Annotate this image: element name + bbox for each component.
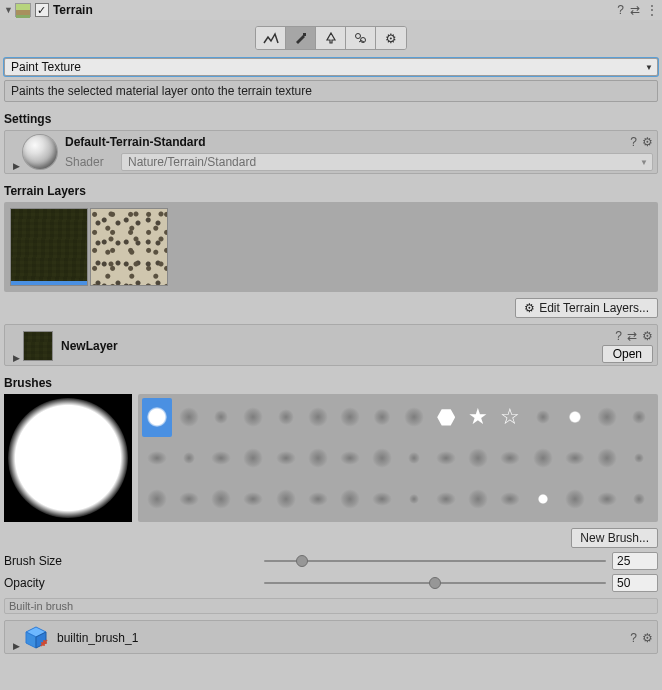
help-icon[interactable]: ?	[630, 631, 637, 645]
context-menu-icon[interactable]: ⋮	[646, 3, 658, 17]
brush-44[interactable]	[528, 479, 558, 518]
new-brush-label: New Brush...	[580, 531, 649, 545]
brush-41[interactable]	[431, 479, 461, 518]
brush-35[interactable]	[238, 479, 268, 518]
brush-10[interactable]: ★	[463, 398, 493, 437]
brush-21[interactable]	[303, 439, 333, 478]
brush-size-field[interactable]: 25	[612, 552, 658, 570]
brush-31[interactable]	[624, 439, 654, 478]
brush-16[interactable]	[142, 439, 172, 478]
settings-header: Settings	[4, 112, 658, 126]
gear-icon: ⚙	[385, 31, 397, 46]
help-icon[interactable]: ?	[630, 135, 637, 149]
layer-foldout[interactable]: ▶	[9, 353, 23, 363]
tool-details[interactable]	[346, 27, 376, 49]
enabled-checkbox[interactable]: ✓	[35, 3, 49, 17]
material-box: ▶ Default-Terrain-Standard ? ⚙ Shader Na…	[4, 130, 658, 174]
brush-0[interactable]	[142, 398, 172, 437]
tool-sculpt[interactable]	[256, 27, 286, 49]
brush-20[interactable]	[271, 439, 301, 478]
brush-42[interactable]	[463, 479, 493, 518]
brush-43[interactable]	[495, 479, 525, 518]
brush-size-slider[interactable]	[264, 554, 606, 568]
brush-45[interactable]	[560, 479, 590, 518]
new-brush-button[interactable]: New Brush...	[571, 528, 658, 548]
terrain-layer-1[interactable]	[90, 208, 168, 286]
shader-value: Nature/Terrain/Standard	[128, 155, 256, 169]
foldout-toggle[interactable]: ▼	[4, 5, 13, 15]
edit-terrain-layers-button[interactable]: ⚙ Edit Terrain Layers...	[515, 298, 658, 318]
gear-icon[interactable]: ⚙	[642, 631, 653, 645]
brush-25[interactable]	[431, 439, 461, 478]
tool-trees[interactable]	[316, 27, 346, 49]
opacity-label: Opacity	[4, 576, 264, 590]
brush-29[interactable]	[560, 439, 590, 478]
brush-28[interactable]	[528, 439, 558, 478]
terrain-layers-palette	[4, 202, 658, 292]
component-title: Terrain	[53, 3, 93, 17]
brush-8[interactable]	[399, 398, 429, 437]
brush-19[interactable]	[238, 439, 268, 478]
brush-30[interactable]	[592, 439, 622, 478]
brush-24[interactable]	[399, 439, 429, 478]
terrain-toolbar: ⚙	[255, 26, 407, 50]
tool-paint[interactable]	[286, 27, 316, 49]
terrain-layers-header: Terrain Layers	[4, 184, 658, 198]
brush-36[interactable]	[271, 479, 301, 518]
brush-26[interactable]	[463, 439, 493, 478]
brush-11[interactable]: ☆	[495, 398, 525, 437]
paint-mode-description: Paints the selected material layer onto …	[4, 80, 658, 102]
brush-14[interactable]	[592, 398, 622, 437]
brush-6[interactable]	[335, 398, 365, 437]
brush-40[interactable]	[399, 479, 429, 518]
brush-32[interactable]	[142, 479, 172, 518]
preset-icon[interactable]: ⇄	[630, 3, 640, 17]
brush-34[interactable]	[206, 479, 236, 518]
preset-icon[interactable]: ⇄	[627, 329, 637, 343]
opacity-slider[interactable]	[264, 576, 606, 590]
brush-18[interactable]	[206, 439, 236, 478]
gear-icon[interactable]: ⚙	[642, 135, 653, 149]
brush-33[interactable]	[174, 479, 204, 518]
brush-17[interactable]	[174, 439, 204, 478]
brush-46[interactable]	[592, 479, 622, 518]
brush-38[interactable]	[335, 479, 365, 518]
open-layer-button[interactable]: Open	[602, 345, 653, 363]
brush-9[interactable]	[431, 398, 461, 437]
brush-2[interactable]	[206, 398, 236, 437]
brush-1[interactable]	[174, 398, 204, 437]
help-icon[interactable]: ?	[615, 329, 622, 343]
brush-39[interactable]	[367, 479, 397, 518]
tool-settings[interactable]: ⚙	[376, 27, 406, 49]
chevron-down-icon: ▼	[640, 158, 648, 167]
brush-4[interactable]	[271, 398, 301, 437]
terrain-layer-0[interactable]	[10, 208, 88, 286]
gear-icon[interactable]: ⚙	[642, 329, 653, 343]
material-foldout[interactable]: ▶	[9, 161, 23, 171]
shader-dropdown[interactable]: Nature/Terrain/Standard ▼	[121, 153, 653, 171]
brush-47[interactable]	[624, 479, 654, 518]
brush-27[interactable]	[495, 439, 525, 478]
brush-22[interactable]	[335, 439, 365, 478]
brush-asset-foldout[interactable]: ▶	[9, 641, 23, 651]
brush-15[interactable]	[624, 398, 654, 437]
brush-5[interactable]	[303, 398, 333, 437]
brush-3[interactable]	[238, 398, 268, 437]
shader-label: Shader	[65, 155, 115, 169]
layer-name: NewLayer	[61, 339, 118, 353]
brush-37[interactable]	[303, 479, 333, 518]
brush-size-label: Brush Size	[4, 554, 264, 568]
layer-thumbnail	[23, 331, 53, 361]
brush-12[interactable]	[528, 398, 558, 437]
brush-13[interactable]	[560, 398, 590, 437]
help-icon[interactable]: ?	[617, 3, 624, 17]
brush-palette: ★ ☆	[138, 394, 658, 522]
opacity-field[interactable]: 50	[612, 574, 658, 592]
prefab-cube-icon	[23, 625, 49, 651]
paint-mode-dropdown[interactable]: Paint Texture ▼	[4, 58, 658, 76]
paint-mode-value: Paint Texture	[11, 60, 81, 74]
brush-7[interactable]	[367, 398, 397, 437]
builtin-brush-label: Built-in brush	[4, 598, 658, 614]
terrain-component-icon	[15, 3, 31, 17]
brush-23[interactable]	[367, 439, 397, 478]
